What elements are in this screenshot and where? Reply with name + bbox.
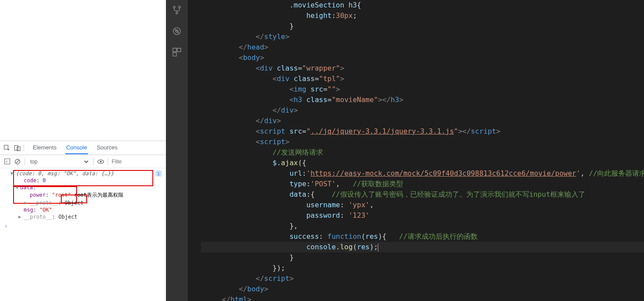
tab-sources[interactable]: Sources: [96, 142, 119, 154]
code-line[interactable]: height:30px;: [201, 11, 644, 21]
inspect-element-icon[interactable]: [3, 144, 11, 152]
expand-arrow-icon[interactable]: ▶: [18, 214, 21, 219]
console-prompt-icon[interactable]: ›: [1, 223, 166, 229]
svg-rect-14: [177, 48, 181, 52]
filterbar-divider: [25, 158, 25, 165]
device-toolbar-icon[interactable]: [13, 144, 22, 152]
console-obj-prop[interactable]: msg: "OK": [1, 206, 166, 213]
toolbar-divider: [24, 145, 24, 152]
code-line[interactable]: <h3 class="movieName"></h3>: [201, 95, 644, 105]
code-line[interactable]: </style>: [201, 32, 644, 42]
code-line[interactable]: console.log(res);: [201, 242, 644, 252]
console-obj-prop[interactable]: power: "root" root表示为最高权限: [1, 191, 166, 199]
devtools-toolbar: Elements Console Sources: [0, 141, 166, 155]
code-line[interactable]: </html>: [201, 294, 644, 301]
svg-point-9: [179, 6, 180, 8]
code-line[interactable]: });: [201, 263, 644, 273]
svg-rect-3: [4, 159, 10, 164]
console-obj-prop[interactable]: code: 0: [1, 177, 166, 184]
source-control-icon[interactable]: [171, 4, 183, 16]
code-line[interactable]: .movieSection h3{: [201, 0, 644, 11]
tab-console[interactable]: Console: [65, 142, 88, 154]
console-obj-prop[interactable]: ▶ __proto__: Object: [1, 213, 166, 220]
code-line[interactable]: <div class="tpl">: [201, 74, 644, 84]
code-line[interactable]: <img src="">: [201, 84, 644, 95]
expand-arrow-icon[interactable]: ▼: [11, 171, 13, 176]
code-line[interactable]: //发送网络请求: [201, 147, 644, 158]
code-line[interactable]: },: [201, 221, 644, 231]
svg-point-8: [173, 6, 175, 8]
code-line[interactable]: </div>: [201, 116, 644, 126]
svg-rect-13: [173, 48, 176, 52]
code-line[interactable]: }: [201, 252, 644, 263]
context-selector[interactable]: top: [28, 158, 90, 165]
svg-rect-1: [14, 145, 18, 150]
filterbar-divider: [108, 158, 108, 165]
console-obj-prop[interactable]: ▼ data:: [1, 184, 166, 191]
activity-bar: [166, 0, 188, 301]
code-area[interactable]: .movieSection h3{ height:30px; } </style…: [201, 0, 644, 301]
code-line[interactable]: <script src="../jq/jquery-3.3.1/jquery-3…: [201, 126, 644, 137]
expand-arrow-icon[interactable]: ▼: [16, 185, 18, 190]
code-line[interactable]: <script>: [201, 137, 644, 147]
svg-line-5: [16, 160, 19, 163]
console-filterbar: top: [0, 155, 166, 168]
content-blank: [0, 0, 166, 141]
console-sidebar-toggle-icon[interactable]: [4, 158, 11, 165]
code-line[interactable]: success: function(res){ //请求成功后执行的函数: [201, 231, 644, 242]
extensions-icon[interactable]: [171, 46, 183, 58]
code-line[interactable]: </div>: [201, 105, 644, 116]
svg-rect-15: [173, 53, 176, 56]
expand-arrow-icon[interactable]: ▶: [25, 200, 27, 205]
console-body[interactable]: i ▼ {code: 0, msg: "OK", data: {…}} code…: [0, 168, 166, 231]
debug-icon[interactable]: [171, 25, 183, 37]
code-line[interactable]: </head>: [201, 42, 644, 53]
code-line[interactable]: <body>: [201, 53, 644, 63]
code-line[interactable]: </body>: [201, 284, 644, 294]
code-line[interactable]: <div class="wrapper">: [201, 63, 644, 74]
code-line[interactable]: type:'POST', //获取数据类型: [201, 179, 644, 189]
code-line[interactable]: username: 'ypx',: [201, 200, 644, 210]
console-obj-summary[interactable]: ▼ {code: 0, msg: "OK", data: {…}}: [1, 170, 166, 177]
svg-point-7: [100, 161, 102, 163]
editor-panel: 3334353637383940414243444546474849505152…: [166, 0, 644, 301]
tab-elements[interactable]: Elements: [32, 142, 57, 154]
code-line[interactable]: data:{ //假设传入了账号密码，已经验证成功了。为了演示我们就不写inpu…: [201, 189, 644, 200]
code-line[interactable]: $.ajax({: [201, 158, 644, 168]
code-line[interactable]: }: [201, 21, 644, 32]
console-obj-prop[interactable]: ▶ __proto__: Object: [1, 199, 166, 206]
svg-point-10: [176, 12, 178, 14]
code-line[interactable]: </script>: [201, 273, 644, 284]
code-line[interactable]: password: '123': [201, 210, 644, 221]
clear-console-icon[interactable]: [14, 158, 21, 165]
devtools-panel: Elements Console Sources top i: [0, 141, 166, 301]
live-expression-icon[interactable]: [97, 158, 104, 165]
code-line[interactable]: url:'https://easy-mock.com/mock/5c09f40d…: [201, 168, 644, 179]
filter-input[interactable]: [112, 159, 129, 165]
filterbar-divider: [93, 158, 94, 165]
